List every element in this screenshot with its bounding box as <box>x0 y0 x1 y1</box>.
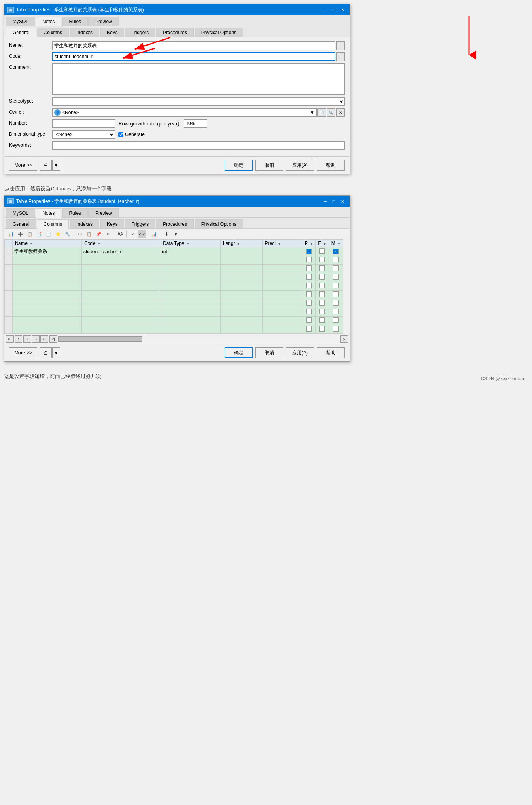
tab-preview[interactable]: Preview <box>88 17 119 26</box>
toolbar-icon-10[interactable]: 📌 <box>94 230 103 238</box>
toolbar-icon-15[interactable]: 📊 <box>150 230 158 238</box>
row1-f[interactable] <box>316 247 329 256</box>
row1-preci[interactable] <box>262 247 302 256</box>
row5-f-cb[interactable] <box>319 283 325 288</box>
row9-code[interactable] <box>82 317 160 325</box>
row10-p[interactable] <box>302 325 316 334</box>
tab2-columns[interactable]: Columns <box>37 219 69 229</box>
tab2-rules[interactable]: Rules <box>62 208 88 217</box>
comment-input[interactable] <box>52 63 345 95</box>
owner-btn2[interactable]: 🔍 <box>327 108 335 117</box>
toolbar-icon-5[interactable]: 📄 <box>44 230 53 238</box>
header-length[interactable]: Lengt ▼ <box>221 240 263 247</box>
tab2-general[interactable]: General <box>6 219 36 228</box>
row2-length[interactable] <box>221 256 263 265</box>
nav-up[interactable]: ↑ <box>15 335 22 343</box>
tab2-preview[interactable]: Preview <box>88 208 119 217</box>
row10-f-cb[interactable] <box>319 326 325 332</box>
close-button[interactable]: ✕ <box>339 6 346 13</box>
row8-preci[interactable] <box>262 308 302 317</box>
name-input[interactable] <box>52 41 335 50</box>
ok-button[interactable]: 确定 <box>225 160 253 171</box>
row8-datatype[interactable] <box>160 308 221 317</box>
tab-keys[interactable]: Keys <box>100 28 124 37</box>
toolbar-icon-6[interactable]: ⭐ <box>54 230 63 238</box>
help-button[interactable]: 帮助 <box>317 160 345 171</box>
row1-name[interactable]: 学生和教师关系 <box>13 247 82 256</box>
row10-p-cb[interactable] <box>306 326 312 332</box>
generate-checkbox[interactable] <box>118 132 123 137</box>
header-f[interactable]: F ▼ <box>316 240 329 247</box>
toolbar-icon-11[interactable]: ✕ <box>104 230 112 238</box>
number-input[interactable] <box>52 119 115 128</box>
row4-p-cb[interactable] <box>306 274 312 280</box>
row3-m-cb[interactable] <box>333 265 339 271</box>
minimize-button[interactable]: ─ <box>321 6 329 13</box>
tab-general[interactable]: General <box>6 28 36 37</box>
help-button2[interactable]: 帮助 <box>317 347 345 358</box>
f-checkbox[interactable] <box>319 248 325 254</box>
header-code[interactable]: Code ▼ <box>82 240 160 247</box>
more-button2[interactable]: More >> <box>9 347 37 358</box>
row5-m-cb[interactable] <box>333 283 339 288</box>
row-growth-input[interactable] <box>184 119 207 128</box>
print-dropdown[interactable]: ▼ <box>52 160 60 171</box>
print-button[interactable]: 🖨 <box>40 160 52 171</box>
row5-f[interactable] <box>316 282 329 291</box>
tab-physical-options[interactable]: Physical Options <box>195 28 243 37</box>
toolbar-icon-16[interactable]: ⬇ <box>162 230 171 238</box>
row2-p-cb[interactable] <box>306 257 312 262</box>
row10-name[interactable] <box>13 325 82 334</box>
row5-p-cb[interactable] <box>306 283 312 288</box>
row2-m-cb[interactable] <box>333 257 339 262</box>
keywords-input[interactable] <box>52 141 345 150</box>
tab-notes[interactable]: Notes <box>36 17 61 26</box>
tab-columns[interactable]: Columns <box>37 28 69 37</box>
row1-p[interactable]: ✓ <box>302 247 316 256</box>
tab2-notes[interactable]: Notes <box>36 208 61 218</box>
maximize-button[interactable]: □ <box>330 6 338 13</box>
row8-m[interactable] <box>329 308 343 317</box>
row2-f[interactable] <box>316 256 329 265</box>
row9-f[interactable] <box>316 317 329 325</box>
row10-f[interactable] <box>316 325 329 334</box>
row7-m-cb[interactable] <box>333 300 339 306</box>
row3-name[interactable] <box>13 265 82 273</box>
row8-f[interactable] <box>316 308 329 317</box>
print-dropdown2[interactable]: ▼ <box>52 347 60 358</box>
minimize-button2[interactable]: ─ <box>321 198 329 205</box>
row4-preci[interactable] <box>262 273 302 282</box>
row6-f[interactable] <box>316 291 329 299</box>
more-button[interactable]: More >> <box>9 160 37 171</box>
row2-preci[interactable] <box>262 256 302 265</box>
m-checkbox[interactable]: ✓ <box>333 249 339 254</box>
row10-length[interactable] <box>221 325 263 334</box>
toolbar-icon-1[interactable]: 📊 <box>7 230 15 238</box>
row4-length[interactable] <box>221 273 263 282</box>
row4-f[interactable] <box>316 273 329 282</box>
row7-code[interactable] <box>82 299 160 308</box>
row2-m[interactable] <box>329 256 343 265</box>
row2-f-cb[interactable] <box>319 257 325 262</box>
row6-m[interactable] <box>329 291 343 299</box>
cancel-button2[interactable]: 取消 <box>255 347 283 358</box>
header-p[interactable]: P ▼ <box>302 240 316 247</box>
tab2-keys[interactable]: Keys <box>100 219 124 228</box>
row7-p[interactable] <box>302 299 316 308</box>
tab2-procedures[interactable]: Procedures <box>156 219 193 228</box>
stereotype-select[interactable] <box>52 97 345 106</box>
header-datatype[interactable]: Data Type ▼ <box>160 240 221 247</box>
row5-preci[interactable] <box>262 282 302 291</box>
row6-p-cb[interactable] <box>306 291 312 297</box>
row6-name[interactable] <box>13 291 82 299</box>
row5-p[interactable] <box>302 282 316 291</box>
row4-m-cb[interactable] <box>333 274 339 280</box>
row9-name[interactable] <box>13 317 82 325</box>
row3-m[interactable] <box>329 265 343 273</box>
tab2-indexes[interactable]: Indexes <box>70 219 99 228</box>
tab2-physical-options[interactable]: Physical Options <box>195 219 243 228</box>
row9-m-cb[interactable] <box>333 317 339 323</box>
code-extra-btn[interactable]: = <box>336 52 345 61</box>
row2-p[interactable] <box>302 256 316 265</box>
row10-preci[interactable] <box>262 325 302 334</box>
